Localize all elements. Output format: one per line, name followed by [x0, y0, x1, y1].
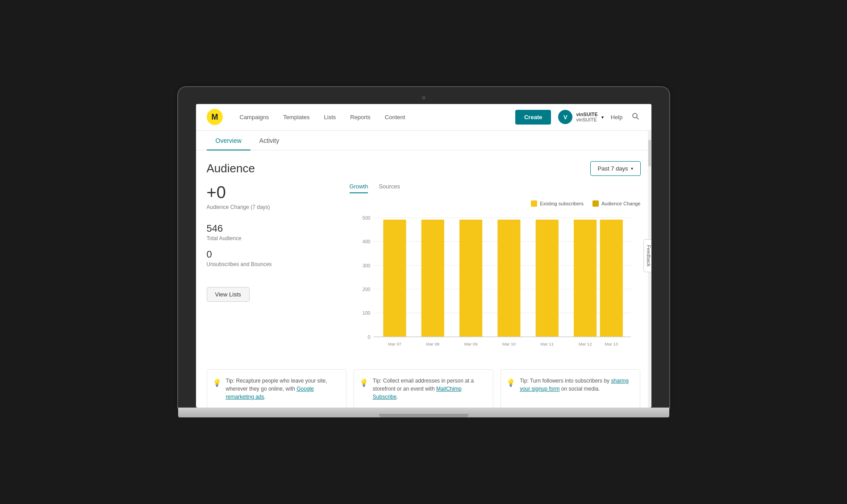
main-content: +0 Audience Change (7 days) 546 Total Au… [196, 183, 651, 355]
svg-text:400: 400 [362, 239, 370, 244]
tip-card-1: 💡 Tip: Recapture people who leave your s… [207, 369, 346, 408]
bar-mar13 [600, 220, 622, 337]
svg-text:Mar 12: Mar 12 [578, 341, 592, 346]
chart-tabs: Growth Sources [350, 183, 641, 193]
total-audience-stat: 546 Total Audience [207, 223, 332, 242]
chart-legend: Existing subscribers Audience Change [350, 200, 641, 207]
left-stats: +0 Audience Change (7 days) 546 Total Au… [207, 183, 332, 355]
legend-existing-dot [531, 200, 537, 207]
content-area: Overview Activity Audience Past 7 days ▾ [196, 131, 651, 408]
tip-icon-3: 💡 [506, 378, 515, 388]
nav-campaigns[interactable]: Campaigns [234, 110, 275, 124]
svg-text:300: 300 [362, 262, 370, 268]
svg-text:500: 500 [362, 215, 370, 221]
bar-chart-svg: 500 400 300 200 100 0 [350, 212, 641, 355]
tips-section: 💡 Tip: Recapture people who leave your s… [196, 358, 651, 408]
unsub-label: Unsubscribes and Bounces [207, 261, 332, 267]
bar-mar09 [459, 220, 482, 337]
audience-header: Audience Past 7 days ▾ [196, 150, 651, 183]
tip-icon-2: 💡 [359, 378, 368, 388]
user-avatar: V [558, 110, 572, 124]
tab-activity[interactable]: Activity [250, 131, 288, 150]
tip-card-3: 💡 Tip: Turn followers into subscribers b… [501, 369, 640, 408]
nav-lists[interactable]: Lists [318, 110, 342, 124]
scrollbar-thumb[interactable] [648, 140, 651, 167]
user-menu[interactable]: V vinSUITE vinSUITE ▾ [558, 110, 603, 124]
bar-mar11 [535, 220, 558, 337]
app-wrapper: M Campaigns Templates Lists Reports Cont… [196, 104, 651, 408]
nav-content[interactable]: Content [379, 110, 412, 124]
unsub-value: 0 [207, 249, 332, 260]
main-nav: Campaigns Templates Lists Reports Conten… [234, 110, 515, 124]
bar-chart: 500 400 300 200 100 0 [350, 212, 641, 355]
navbar-right: Create V vinSUITE vinSUITE ▾ Help [515, 110, 641, 125]
legend-existing-label: Existing subscribers [540, 201, 584, 206]
user-dropdown-icon: ▾ [601, 115, 604, 120]
legend-change: Audience Change [592, 200, 640, 207]
nav-templates[interactable]: Templates [277, 110, 316, 124]
svg-text:Mar 08: Mar 08 [426, 341, 439, 346]
svg-text:Mar 13: Mar 13 [605, 341, 618, 346]
user-info: vinSUITE vinSUITE [576, 112, 597, 122]
svg-text:200: 200 [362, 287, 370, 292]
bar-mar12 [574, 220, 597, 337]
svg-line-3 [637, 117, 638, 119]
feedback-button[interactable]: Feedback [643, 239, 651, 272]
laptop-base [178, 408, 669, 417]
svg-text:Mar 07: Mar 07 [388, 341, 401, 346]
bar-mar07 [383, 220, 406, 337]
total-audience-label: Total Audience [207, 235, 332, 242]
nav-reports[interactable]: Reports [344, 110, 377, 124]
navbar: M Campaigns Templates Lists Reports Cont… [196, 104, 651, 131]
svg-text:Mar 11: Mar 11 [540, 341, 554, 346]
laptop-screen: M Campaigns Templates Lists Reports Cont… [196, 104, 651, 408]
svg-text:M: M [211, 112, 218, 121]
svg-text:100: 100 [362, 310, 370, 316]
legend-existing: Existing subscribers [531, 200, 584, 207]
tip-text-1: Tip: Recapture people who leave your sit… [226, 377, 339, 401]
audience-title: Audience [207, 162, 255, 175]
search-button[interactable] [630, 111, 641, 123]
mailchimp-logo[interactable]: M [207, 109, 223, 125]
chart-tab-growth[interactable]: Growth [350, 183, 368, 193]
laptop-camera [422, 96, 426, 100]
tab-overview[interactable]: Overview [207, 131, 250, 150]
date-range-chevron-icon: ▾ [631, 166, 633, 171]
help-link[interactable]: Help [611, 114, 623, 121]
date-range-button[interactable]: Past 7 days ▾ [590, 161, 641, 176]
bar-mar08 [421, 220, 444, 337]
svg-text:Mar 10: Mar 10 [502, 341, 516, 346]
total-audience-value: 546 [207, 223, 332, 234]
bar-mar10 [497, 220, 520, 337]
svg-text:Mar 09: Mar 09 [464, 341, 477, 346]
tip-icon-1: 💡 [213, 378, 221, 388]
tip-card-2: 💡 Tip: Collect email addresses in person… [354, 369, 493, 408]
svg-text:0: 0 [367, 334, 370, 339]
legend-change-label: Audience Change [601, 201, 640, 206]
create-button[interactable]: Create [515, 110, 551, 125]
audience-change-label: Audience Change (7 days) [207, 204, 332, 210]
audience-change-value: +0 [207, 183, 332, 202]
tip-text-2: Tip: Collect email addresses in person a… [373, 377, 486, 401]
tabs-bar: Overview Activity [196, 131, 651, 150]
chart-tab-sources[interactable]: Sources [379, 183, 400, 193]
legend-change-dot [592, 200, 599, 207]
unsub-stat: 0 Unsubscribes and Bounces [207, 249, 332, 267]
view-lists-button[interactable]: View Lists [207, 287, 250, 302]
chart-area: Growth Sources Existing subscribers [350, 183, 641, 355]
tip-text-3: Tip: Turn followers into subscribers by … [520, 377, 633, 393]
